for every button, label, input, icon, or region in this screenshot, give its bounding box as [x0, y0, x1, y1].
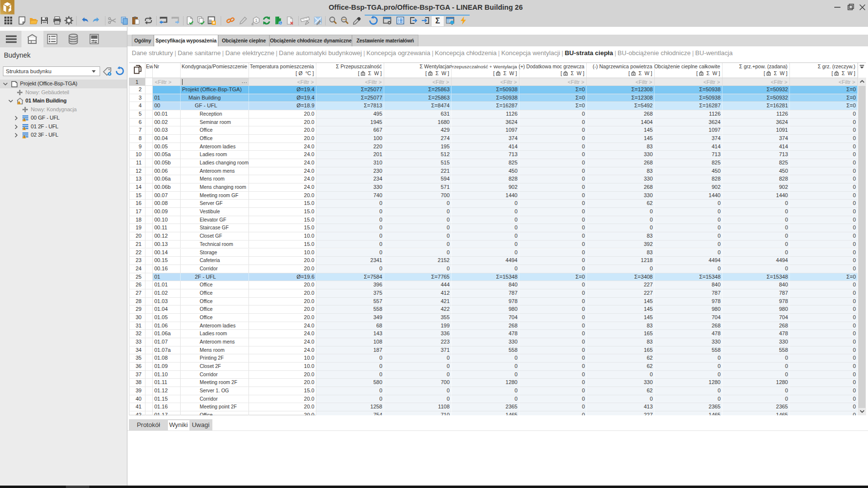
- svg-text:!: !: [23, 135, 24, 139]
- svg-text:!: !: [23, 126, 24, 130]
- svg-text:1: 1: [255, 18, 257, 23]
- svg-text:!: !: [23, 118, 24, 122]
- svg-text:!: !: [19, 102, 20, 104]
